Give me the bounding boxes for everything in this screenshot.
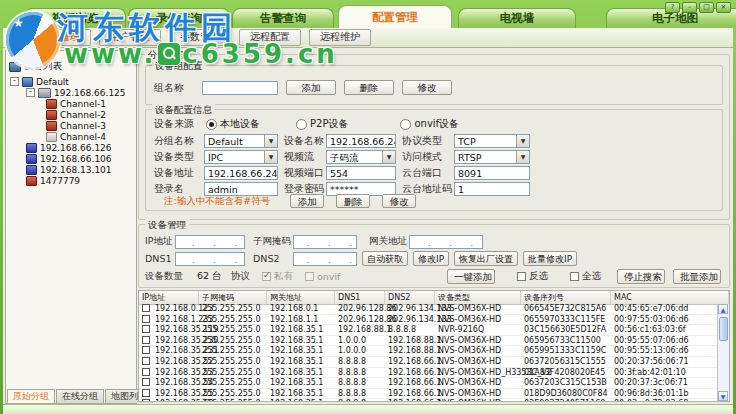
- batch-modify-ip-button[interactable]: 批量修改IP: [523, 251, 577, 266]
- field-control[interactable]: RTSP: [454, 150, 530, 164]
- window-control-button[interactable]: □: [699, 2, 714, 13]
- ip-cell: 192.168.35.231: [139, 346, 199, 356]
- device-modify-button[interactable]: 修改: [382, 194, 416, 208]
- group-name-input[interactable]: [202, 81, 278, 95]
- row-checkbox[interactable]: [142, 336, 150, 344]
- row-checkbox[interactable]: [142, 368, 150, 376]
- table-row[interactable]: 192.168.35.55 255.255.255.0 192.168.35.1…: [139, 389, 718, 400]
- row-checkbox[interactable]: [142, 357, 150, 365]
- device-delete-button[interactable]: 删除: [336, 194, 370, 208]
- tree-item[interactable]: 1477779: [6, 175, 136, 186]
- ip-input[interactable]: . . .: [175, 235, 245, 249]
- invert-selection-checkbox[interactable]: 反选: [517, 270, 548, 283]
- scrollbar-thumb[interactable]: [719, 317, 728, 341]
- field-control[interactable]: 192.168.66.240: [204, 166, 278, 180]
- row-checkbox[interactable]: [142, 315, 150, 323]
- group-modify-button[interactable]: 修改: [402, 80, 452, 95]
- table-header-cell[interactable]: 子网掩码: [199, 291, 267, 304]
- toolbar-button[interactable]: 远程维护: [309, 29, 371, 46]
- modify-ip-button[interactable]: 修改IP: [413, 251, 449, 266]
- tree-item[interactable]: 192.168.66.106: [6, 153, 136, 164]
- field-control[interactable]: TCP: [454, 134, 530, 148]
- tree-item[interactable]: Channel-3: [6, 120, 136, 131]
- tree-item[interactable]: Channel-2: [6, 109, 136, 120]
- dns1-input[interactable]: . . .: [175, 252, 245, 266]
- table-header-cell[interactable]: DNS2: [385, 291, 435, 304]
- scroll-up-icon[interactable]: ▲: [718, 304, 728, 314]
- window-control-button[interactable]: ?: [665, 2, 680, 13]
- scroll-down-icon[interactable]: ▼: [718, 391, 728, 401]
- field-control[interactable]: 554: [326, 166, 396, 180]
- tree-expander-icon[interactable]: -: [26, 88, 35, 97]
- row-checkbox[interactable]: [142, 325, 150, 333]
- table-header-cell[interactable]: 网关地址: [267, 291, 335, 304]
- tree-item[interactable]: - Default: [6, 76, 136, 87]
- row-checkbox[interactable]: [142, 399, 150, 401]
- tree-item[interactable]: Channel-1: [6, 98, 136, 109]
- dns2-input[interactable]: . . .: [293, 252, 357, 266]
- field-control[interactable]: 8091: [454, 166, 530, 180]
- table-row[interactable]: 192.168.35.54 255.255.255.0 192.168.35.1…: [139, 378, 718, 389]
- table-row[interactable]: 192.168.0.123 255.255.255.0 192.168.0.1 …: [139, 304, 718, 315]
- tree-bottom-tab[interactable]: 原始分组: [7, 389, 55, 403]
- table-row[interactable]: 192.168.35.52 255.255.255.0 192.168.35.1…: [139, 357, 718, 368]
- device-add-button[interactable]: 添加: [290, 194, 324, 208]
- table-header-cell[interactable]: IP地址: [139, 291, 199, 304]
- field-control[interactable]: IPC: [204, 150, 278, 164]
- group-delete-button[interactable]: 删除: [344, 80, 394, 95]
- field-control[interactable]: 子码流: [326, 150, 396, 164]
- nav-tab[interactable]: 告警查询: [232, 8, 334, 28]
- protocol-checkbox[interactable]: 私有: [262, 270, 293, 283]
- tree-item[interactable]: - 192.168.66.125: [6, 87, 136, 98]
- tree-item[interactable]: 192.168.66.126: [6, 142, 136, 153]
- nav-tab[interactable]: 录像查询: [128, 8, 230, 28]
- tree-expander-icon[interactable]: -: [10, 77, 19, 86]
- toolbar-button[interactable]: 参数管理: [169, 29, 231, 46]
- row-checkbox[interactable]: [142, 304, 150, 312]
- select-all-checkbox[interactable]: 全选: [570, 270, 601, 283]
- device-source-radio[interactable]: onvif设备: [400, 117, 459, 131]
- toolbar-button[interactable]: 设备管理: [29, 29, 91, 46]
- table-header-cell[interactable]: MAC: [611, 291, 729, 304]
- table-header-cell[interactable]: 设备类型: [435, 291, 521, 304]
- row-checkbox[interactable]: [142, 378, 150, 386]
- row-checkbox[interactable]: [142, 389, 150, 397]
- subnet-input[interactable]: . . .: [293, 235, 357, 249]
- one-key-add-button[interactable]: 一键添加: [447, 269, 495, 284]
- network-row-2: DNS1 . . . DNS2 . . . 自动获取 修改IP 恢复出厂设置 批…: [145, 251, 721, 266]
- tree-item-label: 192.168.66.126: [40, 143, 112, 153]
- table-row[interactable]: 192.168.35.119 255.255.255.0 192.168.35.…: [139, 325, 718, 336]
- table-row[interactable]: 192.168.35.53 255.255.255.0 192.168.35.1…: [139, 368, 718, 379]
- batch-add-button[interactable]: 批量添加: [673, 269, 721, 284]
- tree-bottom-tab[interactable]: 在线分组: [56, 389, 104, 403]
- device-source-radio[interactable]: 本地设备: [206, 117, 260, 131]
- table-row[interactable]: 192.168.35.60 255.255.255.0 192.168.35.1…: [139, 399, 718, 401]
- table-row[interactable]: 192.168.35.231 255.255.255.0 192.168.35.…: [139, 346, 718, 357]
- group-add-button[interactable]: 添加: [286, 80, 336, 95]
- table-header-cell[interactable]: DNS1: [335, 291, 385, 304]
- toolbar-button[interactable]: 远程配置: [239, 29, 301, 46]
- ip-cell: 192.168.35.60: [139, 399, 199, 401]
- window-control-button[interactable]: –: [682, 2, 697, 13]
- field-control[interactable]: 1: [454, 182, 530, 196]
- row-checkbox[interactable]: [142, 346, 150, 354]
- table-scrollbar[interactable]: ▲ ▼: [717, 304, 729, 401]
- stop-search-button[interactable]: 停止搜索: [617, 269, 665, 284]
- table-header-cell[interactable]: 设备序列号: [521, 291, 611, 304]
- window-control-button[interactable]: ×: [716, 2, 731, 13]
- gateway-input[interactable]: . . .: [409, 235, 483, 249]
- nav-tab[interactable]: 视频浏览: [24, 8, 126, 28]
- table-row[interactable]: 192.168.35.230 255.255.255.0 192.168.35.…: [139, 336, 718, 347]
- toolbar-button[interactable]: 用户管理: [99, 29, 161, 46]
- auto-obtain-button[interactable]: 自动获取: [362, 251, 408, 266]
- device-source-radio[interactable]: P2P设备: [296, 117, 348, 131]
- field-control[interactable]: Default: [204, 134, 278, 148]
- tree-item[interactable]: Channel-4: [6, 131, 136, 142]
- field-control[interactable]: 192.168.66.240: [326, 134, 396, 148]
- nav-tab[interactable]: 电视墙: [458, 8, 576, 28]
- tree-item[interactable]: 192.168.13.101: [6, 164, 136, 175]
- factory-reset-button[interactable]: 恢复出厂设置: [454, 251, 518, 266]
- table-row[interactable]: 192.168.1.233 255.255.255.0 192.168.1.1 …: [139, 315, 718, 326]
- nav-tab[interactable]: 配置管理: [338, 5, 452, 28]
- protocol-checkbox[interactable]: onvif: [305, 271, 340, 282]
